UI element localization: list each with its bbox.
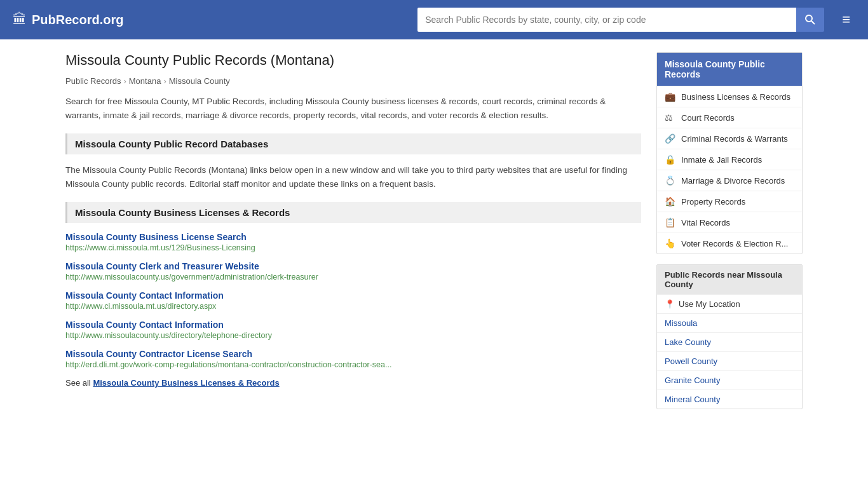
business-icon: 💼	[665, 92, 676, 102]
record-title-1[interactable]: Missoula County Clerk and Treasurer Webs…	[65, 261, 259, 271]
search-button[interactable]	[796, 8, 824, 32]
search-input[interactable]	[417, 8, 796, 32]
sidebar-item-voter[interactable]: 👆 Voter Records & Election R...	[657, 233, 802, 254]
sidebar-nearby-header: Public Records near Missoula County	[657, 265, 802, 294]
breadcrumb-missoula-county[interactable]: Missoula County	[169, 76, 230, 86]
record-entry-2: Missoula County Contact Information http…	[65, 290, 641, 311]
content-area: Missoula County Public Records (Montana)…	[65, 52, 641, 419]
menu-button[interactable]: ≡	[837, 10, 855, 29]
record-url-2[interactable]: http://www.ci.missoula.mt.us/directory.a…	[65, 302, 641, 311]
voter-icon: 👆	[665, 238, 676, 248]
nearby-mineral-county[interactable]: Mineral County	[657, 390, 802, 409]
record-entry-4: Missoula County Contractor License Searc…	[65, 349, 641, 369]
breadcrumb-montana[interactable]: Montana	[129, 76, 161, 86]
location-pin-icon: 📍	[665, 299, 675, 309]
breadcrumb: Public Records › Montana › Missoula Coun…	[65, 76, 641, 86]
search-area	[417, 8, 824, 32]
marriage-icon: 💍	[665, 175, 676, 186]
sidebar-box1-header: Missoula County Public Records	[657, 53, 802, 86]
databases-description: The Missoula County Public Records (Mont…	[65, 163, 641, 191]
record-entry-3: Missoula County Contact Information http…	[65, 320, 641, 340]
sidebar-nearby-box: Public Records near Missoula County 📍 Us…	[656, 264, 803, 409]
sidebar-property-label: Property Records	[681, 197, 745, 207]
record-url-0[interactable]: https://www.ci.missoula.mt.us/129/Busine…	[65, 243, 641, 252]
sidebar-item-marriage[interactable]: 💍 Marriage & Divorce Records	[657, 170, 802, 191]
sidebar-criminal-label: Criminal Records & Warrants	[681, 134, 788, 144]
record-url-4[interactable]: http://erd.dli.mt.gov/work-comp-regulati…	[65, 360, 641, 369]
sidebar-inmate-label: Inmate & Jail Records	[681, 155, 762, 165]
see-all-link[interactable]: Missoula County Business Licenses & Reco…	[93, 378, 279, 388]
sidebar-court-label: Court Records	[681, 113, 735, 123]
court-icon: ⚖	[665, 112, 676, 123]
sidebar-item-property[interactable]: 🏠 Property Records	[657, 191, 802, 212]
sidebar-item-vital[interactable]: 📋 Vital Records	[657, 212, 802, 233]
sidebar: Missoula County Public Records 💼 Busines…	[656, 52, 803, 419]
breadcrumb-public-records[interactable]: Public Records	[65, 76, 121, 86]
svg-point-0	[806, 15, 812, 22]
criminal-icon: 🔗	[665, 133, 676, 144]
nearby-missoula[interactable]: Missoula	[657, 313, 802, 332]
sidebar-item-business[interactable]: 💼 Business Licenses & Records	[657, 86, 802, 107]
nearby-powell-county[interactable]: Powell County	[657, 351, 802, 370]
breadcrumb-sep-1: ›	[123, 76, 126, 86]
sidebar-item-court[interactable]: ⚖ Court Records	[657, 107, 802, 128]
record-title-3[interactable]: Missoula County Contact Information	[65, 320, 224, 330]
vital-icon: 📋	[665, 217, 676, 227]
sidebar-business-label: Business Licenses & Records	[681, 92, 790, 102]
property-icon: 🏠	[665, 196, 676, 207]
header: 🏛 PubRecord.org ≡	[0, 0, 868, 39]
record-url-3[interactable]: http://www.missoulacounty.us/directory/t…	[65, 331, 641, 340]
sidebar-marriage-label: Marriage & Divorce Records	[681, 176, 785, 186]
description-text: Search for free Missoula County, MT Publ…	[65, 95, 641, 122]
search-icon	[805, 15, 815, 25]
sidebar-vital-label: Vital Records	[681, 218, 730, 227]
record-title-4[interactable]: Missoula County Contractor License Searc…	[65, 349, 252, 359]
breadcrumb-sep-2: ›	[163, 76, 166, 86]
see-all-text: See all Missoula County Business License…	[65, 378, 641, 388]
use-location-button[interactable]: 📍 Use My Location	[657, 294, 802, 313]
sidebar-public-records-box: Missoula County Public Records 💼 Busines…	[656, 52, 803, 254]
page-title: Missoula County Public Records (Montana)	[65, 52, 641, 69]
svg-line-1	[811, 21, 815, 24]
nearby-granite-county[interactable]: Granite County	[657, 370, 802, 390]
business-section-header: Missoula County Business Licenses & Reco…	[65, 202, 641, 223]
building-icon: 🏛	[13, 11, 27, 28]
logo-text: PubRecord.org	[32, 13, 123, 27]
record-entry-1: Missoula County Clerk and Treasurer Webs…	[65, 261, 641, 281]
databases-section-header: Missoula County Public Record Databases	[65, 133, 641, 154]
sidebar-item-criminal[interactable]: 🔗 Criminal Records & Warrants	[657, 128, 802, 149]
sidebar-item-inmate[interactable]: 🔒 Inmate & Jail Records	[657, 149, 802, 170]
nearby-lake-county[interactable]: Lake County	[657, 332, 802, 351]
use-location-label: Use My Location	[679, 299, 740, 309]
record-entry-0: Missoula County Business License Search …	[65, 232, 641, 252]
sidebar-voter-label: Voter Records & Election R...	[681, 239, 788, 248]
record-title-0[interactable]: Missoula County Business License Search	[65, 232, 247, 242]
logo-area[interactable]: 🏛 PubRecord.org	[13, 11, 123, 28]
main-container: Missoula County Public Records (Montana)…	[53, 39, 815, 432]
inmate-icon: 🔒	[665, 154, 676, 165]
record-title-2[interactable]: Missoula County Contact Information	[65, 290, 224, 301]
record-url-1[interactable]: http://www.missoulacounty.us/government/…	[65, 273, 641, 281]
